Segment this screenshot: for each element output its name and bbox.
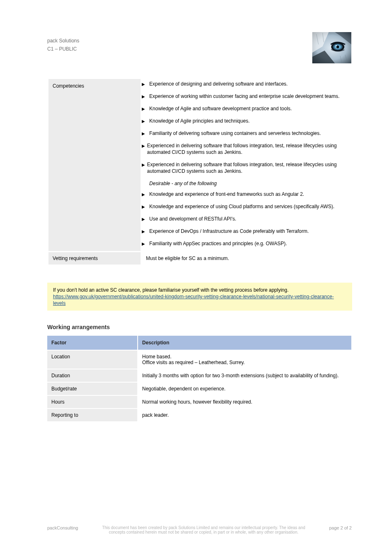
competencies-table: Competencies ▶Experience of designing an… (47, 78, 352, 266)
info-callout-text: If you don't hold an active SC clearance… (53, 287, 288, 293)
bullet-text: Experienced in delivering software that … (147, 161, 347, 174)
arrow-right-icon: ▶ (142, 192, 149, 197)
list-item: ▶Experienced in delivering software that… (142, 161, 347, 174)
arrow-right-icon: ▶ (142, 118, 149, 124)
description-cell: Home based.Office visits as required – L… (138, 350, 352, 369)
header-classification: C1 – PUBLIC (47, 46, 77, 52)
description-cell: Initially 3 months with option for two 3… (138, 369, 352, 382)
footer-brand: packConsulting (47, 525, 78, 534)
desirable-heading: Desirable - any of the following (149, 180, 347, 187)
list-item: ▶Knowledge and experience of using Cloud… (142, 203, 347, 210)
bullet-text: Knowledge of Agile principles and techni… (149, 118, 249, 124)
bullet-text: Knowledge of Agile and software developm… (149, 105, 292, 112)
arrow-right-icon: ▶ (142, 204, 149, 210)
arrow-right-icon: ▶ (142, 216, 149, 222)
table-row: Duration Initially 3 months with option … (47, 369, 352, 382)
description-cell: pack leader. (138, 409, 352, 422)
description-cell: Negotiable, dependent on experience. (138, 382, 352, 395)
bullet-text: Experience of designing and delivering s… (149, 81, 288, 87)
arrow-right-icon: ▶ (142, 241, 149, 247)
factor-cell: Duration (47, 369, 138, 382)
list-item: ▶Familiarity of delivering software usin… (142, 130, 347, 137)
page-footer: packConsulting This document has been cr… (47, 525, 352, 534)
vetting-text: Must be eligible for SC as a minimum. (146, 255, 229, 261)
list-item: ▶Familiarity with AppSec practices and p… (142, 240, 347, 247)
table-row: Reporting to pack leader. (47, 409, 352, 422)
table-row: Budget/rate Negotiable, dependent on exp… (47, 382, 352, 395)
factor-cell: Hours (47, 395, 138, 409)
factor-cell: Budget/rate (47, 382, 138, 395)
factor-cell: Reporting to (47, 409, 138, 422)
list-item: ▶Use and development of RESTful API's. (142, 216, 347, 222)
section-heading-working-arrangements: Working arrangements (47, 324, 110, 330)
svg-point-4 (335, 45, 337, 46)
list-item: ▶Knowledge and experience of front-end f… (142, 191, 347, 197)
list-item: ▶Experience of working within customer f… (142, 93, 347, 100)
list-item: ▶Experience of DevOps / Infrastructure a… (142, 228, 347, 235)
description-cell: Normal working hours, however flexibilit… (138, 395, 352, 409)
vetting-value-cell: Must be eligible for SC as a minimum. (142, 252, 351, 265)
wolf-eye-image (312, 32, 351, 63)
col-header-factor: Factor (47, 336, 138, 350)
arrow-right-icon: ▶ (142, 143, 147, 149)
vetting-label-cell: Vetting requirements (48, 252, 141, 265)
working-arrangements-table: Factor Description Location Home based.O… (47, 336, 352, 422)
arrow-right-icon: ▶ (142, 162, 147, 168)
competencies-value-cell: ▶Experience of designing and delivering … (142, 79, 351, 251)
bullet-text: Experience of working within customer fa… (149, 93, 339, 100)
arrow-right-icon: ▶ (142, 94, 149, 100)
footer-disclaimer: This document has been created by pack S… (78, 525, 329, 534)
arrow-right-icon: ▶ (142, 106, 149, 112)
list-item: ▶Knowledge of Agile principles and techn… (142, 118, 347, 124)
bullet-text: Experienced in delivering software that … (147, 142, 347, 156)
arrow-right-icon: ▶ (142, 131, 149, 137)
bullet-text: Knowledge and experience of using Cloud … (149, 203, 334, 210)
arrow-right-icon: ▶ (142, 229, 149, 235)
bullet-text: Experience of DevOps / Infrastructure as… (149, 228, 309, 235)
list-item: ▶Experienced in delivering software that… (142, 142, 347, 156)
competencies-label-cell: Competencies (48, 79, 141, 251)
col-header-description: Description (138, 336, 352, 350)
list-item: ▶Experience of designing and delivering … (142, 81, 347, 87)
table-row: Hours Normal working hours, however flex… (47, 395, 352, 409)
bullet-text: Use and development of RESTful API's. (149, 216, 236, 222)
info-callout: If you don't hold an active SC clearance… (47, 283, 352, 311)
competencies-label: Competencies (53, 83, 84, 89)
header-brand: pack Solutions (47, 38, 79, 44)
footer-page-number: page 2 of 2 (329, 525, 352, 534)
arrow-right-icon: ▶ (142, 81, 149, 87)
list-item: ▶Knowledge of Agile and software develop… (142, 105, 347, 112)
vetting-label: Vetting requirements (53, 255, 98, 261)
bullet-text: Knowledge and experience of front-end fr… (149, 191, 304, 197)
bullet-text: Familiarity of delivering software using… (149, 130, 321, 137)
factor-cell: Location (47, 350, 138, 369)
vetting-link[interactable]: https://www.gov.uk/government/publicatio… (53, 294, 334, 306)
table-row: Location Home based.Office visits as req… (47, 350, 352, 369)
bullet-text: Familiarity with AppSec practices and pr… (149, 240, 287, 247)
